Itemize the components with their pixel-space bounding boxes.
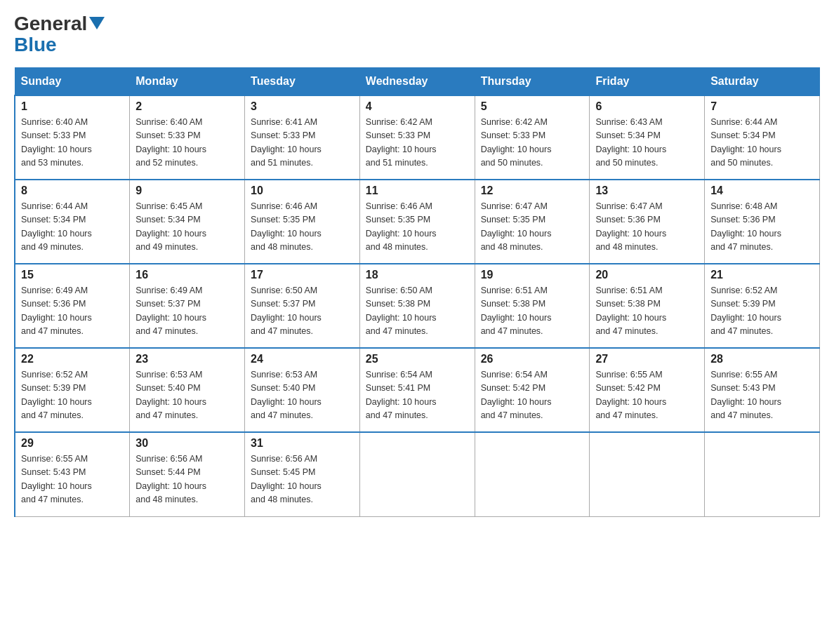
calendar-cell: 11 Sunrise: 6:46 AM Sunset: 5:35 PM Dayl… xyxy=(359,180,475,264)
calendar-cell: 5 Sunrise: 6:42 AM Sunset: 5:33 PM Dayli… xyxy=(475,95,590,180)
calendar-cell: 15 Sunrise: 6:49 AM Sunset: 5:36 PM Dayl… xyxy=(15,264,130,348)
week-row-2: 8 Sunrise: 6:44 AM Sunset: 5:34 PM Dayli… xyxy=(15,180,820,264)
day-number: 5 xyxy=(481,100,584,113)
calendar-cell: 19 Sunrise: 6:51 AM Sunset: 5:38 PM Dayl… xyxy=(475,264,590,348)
day-info: Sunrise: 6:46 AM Sunset: 5:35 PM Dayligh… xyxy=(251,200,354,255)
calendar-cell: 3 Sunrise: 6:41 AM Sunset: 5:33 PM Dayli… xyxy=(245,95,360,180)
calendar-cell: 1 Sunrise: 6:40 AM Sunset: 5:33 PM Dayli… xyxy=(15,95,130,180)
calendar-table: SundayMondayTuesdayWednesdayThursdayFrid… xyxy=(14,67,820,517)
day-info: Sunrise: 6:47 AM Sunset: 5:36 PM Dayligh… xyxy=(595,200,699,255)
day-info: Sunrise: 6:54 AM Sunset: 5:42 PM Dayligh… xyxy=(481,368,584,423)
calendar-cell: 30 Sunrise: 6:56 AM Sunset: 5:44 PM Dayl… xyxy=(130,432,245,516)
calendar-cell: 21 Sunrise: 6:52 AM Sunset: 5:39 PM Dayl… xyxy=(705,264,820,348)
day-info: Sunrise: 6:49 AM Sunset: 5:37 PM Dayligh… xyxy=(135,284,239,339)
calendar-cell: 25 Sunrise: 6:54 AM Sunset: 5:41 PM Dayl… xyxy=(359,348,475,432)
day-info: Sunrise: 6:56 AM Sunset: 5:45 PM Dayligh… xyxy=(251,452,354,507)
day-number: 15 xyxy=(21,269,124,281)
day-number: 4 xyxy=(366,100,469,113)
calendar-cell xyxy=(475,432,590,516)
day-info: Sunrise: 6:56 AM Sunset: 5:44 PM Dayligh… xyxy=(135,452,239,507)
logo-text-blue: Blue xyxy=(14,34,57,56)
day-number: 1 xyxy=(21,100,124,113)
calendar-cell: 2 Sunrise: 6:40 AM Sunset: 5:33 PM Dayli… xyxy=(130,95,245,180)
header-day-saturday: Saturday xyxy=(705,68,820,96)
day-info: Sunrise: 6:44 AM Sunset: 5:34 PM Dayligh… xyxy=(710,116,814,170)
day-number: 30 xyxy=(135,437,239,450)
logo-text-general: General xyxy=(14,14,87,34)
calendar-cell: 20 Sunrise: 6:51 AM Sunset: 5:38 PM Dayl… xyxy=(590,264,705,348)
day-number: 8 xyxy=(21,185,124,197)
header-day-sunday: Sunday xyxy=(15,68,130,96)
day-number: 20 xyxy=(595,269,699,281)
calendar-cell: 12 Sunrise: 6:47 AM Sunset: 5:35 PM Dayl… xyxy=(475,180,590,264)
day-number: 3 xyxy=(251,100,354,113)
day-number: 26 xyxy=(481,353,584,365)
day-number: 18 xyxy=(366,269,469,281)
calendar-cell: 10 Sunrise: 6:46 AM Sunset: 5:35 PM Dayl… xyxy=(245,180,360,264)
calendar-cell xyxy=(590,432,705,516)
calendar-body: 1 Sunrise: 6:40 AM Sunset: 5:33 PM Dayli… xyxy=(15,95,820,516)
calendar-cell: 28 Sunrise: 6:55 AM Sunset: 5:43 PM Dayl… xyxy=(705,348,820,432)
week-row-3: 15 Sunrise: 6:49 AM Sunset: 5:36 PM Dayl… xyxy=(15,264,820,348)
header-day-tuesday: Tuesday xyxy=(245,68,360,96)
day-number: 28 xyxy=(710,353,814,365)
day-info: Sunrise: 6:53 AM Sunset: 5:40 PM Dayligh… xyxy=(251,368,354,423)
calendar-cell: 4 Sunrise: 6:42 AM Sunset: 5:33 PM Dayli… xyxy=(359,95,475,180)
week-row-5: 29 Sunrise: 6:55 AM Sunset: 5:43 PM Dayl… xyxy=(15,432,820,516)
day-number: 19 xyxy=(481,269,584,281)
day-info: Sunrise: 6:54 AM Sunset: 5:41 PM Dayligh… xyxy=(366,368,469,423)
day-info: Sunrise: 6:52 AM Sunset: 5:39 PM Dayligh… xyxy=(21,368,124,423)
day-info: Sunrise: 6:47 AM Sunset: 5:35 PM Dayligh… xyxy=(481,200,584,255)
day-number: 22 xyxy=(21,353,124,365)
page-header: General Blue xyxy=(14,14,820,56)
day-number: 31 xyxy=(251,437,354,450)
day-info: Sunrise: 6:49 AM Sunset: 5:36 PM Dayligh… xyxy=(21,284,124,339)
day-info: Sunrise: 6:48 AM Sunset: 5:36 PM Dayligh… xyxy=(710,200,814,255)
day-info: Sunrise: 6:44 AM Sunset: 5:34 PM Dayligh… xyxy=(21,200,124,255)
day-number: 14 xyxy=(710,185,814,197)
day-info: Sunrise: 6:45 AM Sunset: 5:34 PM Dayligh… xyxy=(135,200,239,255)
calendar-cell: 9 Sunrise: 6:45 AM Sunset: 5:34 PM Dayli… xyxy=(130,180,245,264)
day-info: Sunrise: 6:50 AM Sunset: 5:37 PM Dayligh… xyxy=(251,284,354,339)
calendar-cell: 14 Sunrise: 6:48 AM Sunset: 5:36 PM Dayl… xyxy=(705,180,820,264)
day-info: Sunrise: 6:50 AM Sunset: 5:38 PM Dayligh… xyxy=(366,284,469,339)
day-number: 29 xyxy=(21,437,124,450)
header-day-friday: Friday xyxy=(590,68,705,96)
week-row-1: 1 Sunrise: 6:40 AM Sunset: 5:33 PM Dayli… xyxy=(15,95,820,180)
logo: General Blue xyxy=(14,14,105,56)
calendar-cell: 26 Sunrise: 6:54 AM Sunset: 5:42 PM Dayl… xyxy=(475,348,590,432)
calendar-cell xyxy=(705,432,820,516)
day-info: Sunrise: 6:55 AM Sunset: 5:43 PM Dayligh… xyxy=(21,452,124,507)
calendar-cell: 8 Sunrise: 6:44 AM Sunset: 5:34 PM Dayli… xyxy=(15,180,130,264)
day-info: Sunrise: 6:40 AM Sunset: 5:33 PM Dayligh… xyxy=(21,116,124,170)
day-number: 13 xyxy=(595,185,699,197)
header-day-wednesday: Wednesday xyxy=(359,68,475,96)
header-day-thursday: Thursday xyxy=(475,68,590,96)
day-info: Sunrise: 6:52 AM Sunset: 5:39 PM Dayligh… xyxy=(710,284,814,339)
day-number: 25 xyxy=(366,353,469,365)
svg-marker-0 xyxy=(89,17,105,29)
calendar-header: SundayMondayTuesdayWednesdayThursdayFrid… xyxy=(15,68,820,96)
day-info: Sunrise: 6:51 AM Sunset: 5:38 PM Dayligh… xyxy=(481,284,584,339)
day-info: Sunrise: 6:55 AM Sunset: 5:43 PM Dayligh… xyxy=(710,368,814,423)
day-number: 7 xyxy=(710,100,814,113)
logo-arrow-icon xyxy=(89,17,105,29)
calendar-cell: 16 Sunrise: 6:49 AM Sunset: 5:37 PM Dayl… xyxy=(130,264,245,348)
header-row: SundayMondayTuesdayWednesdayThursdayFrid… xyxy=(15,68,820,96)
calendar-cell: 29 Sunrise: 6:55 AM Sunset: 5:43 PM Dayl… xyxy=(15,432,130,516)
calendar-cell: 23 Sunrise: 6:53 AM Sunset: 5:40 PM Dayl… xyxy=(130,348,245,432)
calendar-cell: 27 Sunrise: 6:55 AM Sunset: 5:42 PM Dayl… xyxy=(590,348,705,432)
day-number: 17 xyxy=(251,269,354,281)
calendar-cell: 31 Sunrise: 6:56 AM Sunset: 5:45 PM Dayl… xyxy=(245,432,360,516)
day-number: 27 xyxy=(595,353,699,365)
calendar-cell: 13 Sunrise: 6:47 AM Sunset: 5:36 PM Dayl… xyxy=(590,180,705,264)
day-number: 24 xyxy=(251,353,354,365)
day-number: 21 xyxy=(710,269,814,281)
calendar-cell xyxy=(359,432,475,516)
day-info: Sunrise: 6:46 AM Sunset: 5:35 PM Dayligh… xyxy=(366,200,469,255)
day-number: 9 xyxy=(135,185,239,197)
calendar-cell: 17 Sunrise: 6:50 AM Sunset: 5:37 PM Dayl… xyxy=(245,264,360,348)
day-number: 11 xyxy=(366,185,469,197)
calendar-cell: 7 Sunrise: 6:44 AM Sunset: 5:34 PM Dayli… xyxy=(705,95,820,180)
day-number: 16 xyxy=(135,269,239,281)
